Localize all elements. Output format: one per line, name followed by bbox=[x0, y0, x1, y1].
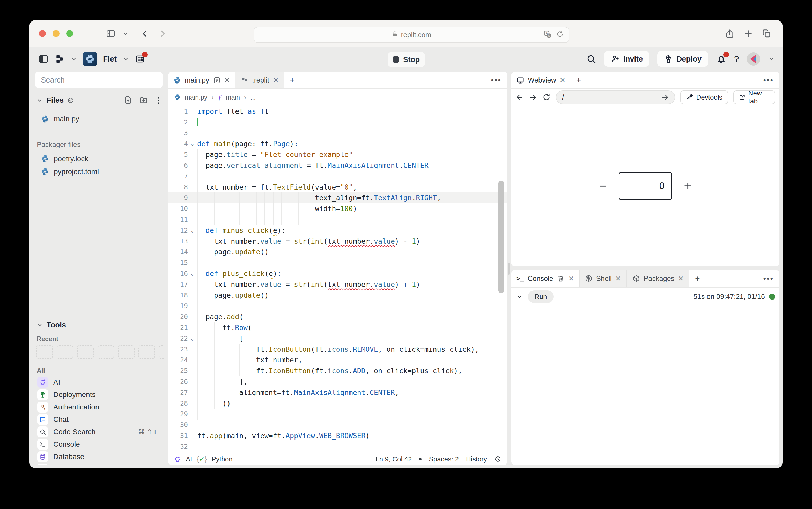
search-input[interactable]: Search bbox=[35, 72, 163, 88]
code-line-12[interactable]: 12⌄ def minus_click(e): bbox=[168, 225, 507, 236]
tab-overview-icon[interactable] bbox=[761, 28, 772, 39]
files-menu-icon[interactable]: ⋮ bbox=[155, 96, 163, 105]
file-item-main-py[interactable]: main.py bbox=[35, 113, 163, 125]
code-line-11[interactable]: 11 bbox=[168, 214, 507, 225]
fold-chevron-icon[interactable]: ⌄ bbox=[188, 138, 197, 149]
new-tab-icon[interactable] bbox=[743, 28, 754, 39]
history-icon[interactable] bbox=[494, 455, 501, 463]
cursor-position[interactable]: Ln 9, Col 42 bbox=[376, 455, 412, 463]
close-window-button[interactable] bbox=[39, 30, 46, 37]
project-name[interactable]: Flet bbox=[103, 55, 117, 63]
code-line-6[interactable]: 6 page.vertical_alignment = ft.MainAxisA… bbox=[168, 160, 507, 171]
tab-main-py[interactable]: main.py ✕ bbox=[168, 72, 235, 89]
code-line-24[interactable]: 24 txt_number, bbox=[168, 354, 507, 366]
translate-icon[interactable]: A文 bbox=[543, 30, 552, 40]
close-tab-icon[interactable]: ✕ bbox=[273, 76, 279, 84]
code-line-17[interactable]: 17 txt_number.value = str(int(txt_number… bbox=[168, 279, 507, 290]
new-webview-tab-icon[interactable]: + bbox=[571, 72, 587, 89]
code-line-14[interactable]: 14 page.update() bbox=[168, 246, 507, 257]
share-icon[interactable] bbox=[724, 28, 736, 39]
code-line-29[interactable]: 29 bbox=[168, 409, 507, 419]
tab-webview[interactable]: Webview ✕ bbox=[511, 72, 571, 89]
close-tab-icon[interactable]: ✕ bbox=[560, 76, 565, 84]
editor-tab-options-icon[interactable]: ••• bbox=[491, 72, 501, 89]
run-label[interactable]: Run bbox=[528, 291, 554, 303]
chevron-down-icon[interactable] bbox=[70, 56, 77, 62]
close-tab-icon[interactable]: ✕ bbox=[678, 275, 684, 283]
tools-section-header[interactable]: Tools bbox=[36, 321, 163, 329]
address-bar[interactable]: replit.com A文 bbox=[254, 27, 569, 43]
tab-replit-config[interactable]: .replit ✕ bbox=[235, 72, 284, 89]
code-line-2[interactable]: 2 bbox=[168, 117, 507, 128]
search-icon[interactable] bbox=[586, 54, 596, 64]
breadcrumb-symbol[interactable]: main bbox=[226, 94, 240, 101]
panel-toggle-icon[interactable] bbox=[38, 54, 48, 64]
webview-options-icon[interactable]: ••• bbox=[763, 72, 774, 89]
go-icon[interactable] bbox=[661, 93, 669, 101]
code-line-8[interactable]: 8 txt_number = ft.TextField(value="0", bbox=[168, 182, 507, 193]
browser-sidebar-icon[interactable] bbox=[105, 28, 117, 39]
code-line-21[interactable]: 21 ft.Row( bbox=[168, 322, 507, 333]
zoom-window-button[interactable] bbox=[66, 30, 73, 37]
console-options-icon[interactable]: ••• bbox=[763, 270, 774, 287]
fold-chevron-icon[interactable]: ⌄ bbox=[188, 225, 197, 236]
replit-logo-icon[interactable] bbox=[54, 54, 65, 64]
code-line-13[interactable]: 13 txt_number.value = str(int(txt_number… bbox=[168, 236, 507, 247]
code-line-4[interactable]: 4⌄def main(page: ft.Page): bbox=[168, 138, 507, 149]
trash-icon[interactable] bbox=[557, 275, 564, 282]
close-tab-icon[interactable]: ✕ bbox=[224, 76, 230, 84]
chevron-down-icon[interactable] bbox=[768, 56, 775, 62]
code-line-20[interactable]: 20 page.add( bbox=[168, 311, 507, 322]
minimize-window-button[interactable] bbox=[53, 30, 60, 37]
chevron-down-icon[interactable] bbox=[122, 28, 129, 39]
code-line-10[interactable]: 10 width=100) bbox=[168, 203, 507, 214]
webview-back-icon[interactable] bbox=[516, 93, 524, 101]
deploy-button[interactable]: Deploy bbox=[657, 51, 708, 67]
breadcrumb-more[interactable]: ... bbox=[250, 94, 256, 101]
language-label[interactable]: Python bbox=[212, 455, 233, 463]
chevron-down-icon[interactable] bbox=[122, 56, 129, 62]
pane-resize-handle[interactable] bbox=[508, 263, 510, 275]
counter-field[interactable]: 0 bbox=[619, 172, 672, 200]
code-line-32[interactable]: 32 bbox=[168, 441, 507, 452]
new-folder-icon[interactable] bbox=[139, 96, 148, 104]
document-icon[interactable] bbox=[213, 76, 221, 84]
fold-chevron-icon[interactable]: ⌄ bbox=[188, 268, 197, 279]
invite-button[interactable]: Invite bbox=[604, 51, 650, 67]
sidebar-item-ai[interactable]: AI bbox=[35, 376, 163, 388]
code-line-31[interactable]: 31ft.app(main, view=ft.AppView.WEB_BROWS… bbox=[168, 430, 507, 441]
code-line-1[interactable]: 1import flet as ft bbox=[168, 106, 507, 117]
close-tab-icon[interactable]: ✕ bbox=[568, 275, 574, 283]
fold-chevron-icon[interactable]: ⌄ bbox=[188, 333, 197, 344]
indentation-setting[interactable]: Spaces: 2 bbox=[429, 455, 459, 463]
new-editor-tab-icon[interactable]: + bbox=[284, 72, 300, 89]
forward-button[interactable] bbox=[157, 28, 168, 39]
sidebar-item-code-search[interactable]: Code Search⌘ ⇧ F bbox=[35, 426, 163, 438]
code-line-15[interactable]: 15 bbox=[168, 257, 507, 268]
open-new-tab-button[interactable]: New tab bbox=[733, 90, 775, 104]
tab-packages[interactable]: Packages ✕ bbox=[627, 270, 689, 287]
file-item-pyproject-toml[interactable]: pyproject.toml bbox=[35, 166, 163, 178]
code-line-19[interactable]: 19 bbox=[168, 301, 507, 311]
avatar[interactable] bbox=[747, 52, 760, 66]
new-file-icon[interactable] bbox=[124, 96, 132, 104]
ai-status-label[interactable]: AI bbox=[186, 455, 192, 463]
files-section-header[interactable]: Files ⋮ bbox=[36, 96, 163, 105]
code-line-22[interactable]: 22⌄ [ bbox=[168, 333, 507, 344]
code-line-3[interactable]: 3 bbox=[168, 128, 507, 139]
code-line-26[interactable]: 26 ], bbox=[168, 376, 507, 387]
sidebar-item-debugger[interactable]: Debugger bbox=[35, 463, 163, 465]
stop-button[interactable]: Stop bbox=[388, 52, 425, 67]
help-icon[interactable]: ? bbox=[734, 54, 739, 64]
breadcrumb-file[interactable]: main.py bbox=[185, 94, 207, 101]
bell-icon[interactable] bbox=[716, 54, 726, 64]
back-button[interactable] bbox=[139, 28, 151, 39]
devtools-button[interactable]: Devtools bbox=[680, 90, 728, 104]
close-tab-icon[interactable]: ✕ bbox=[615, 275, 621, 283]
code-line-7[interactable]: 7 bbox=[168, 171, 507, 182]
sidebar-item-database[interactable]: Database bbox=[35, 450, 163, 463]
code-line-25[interactable]: 25 ft.IconButton(ft.icons.ADD, on_click=… bbox=[168, 366, 507, 376]
collapse-icon[interactable] bbox=[516, 293, 523, 301]
editor-scrollbar[interactable] bbox=[498, 180, 504, 293]
code-editor[interactable]: 1import flet as ft234⌄def main(page: ft.… bbox=[168, 106, 507, 453]
